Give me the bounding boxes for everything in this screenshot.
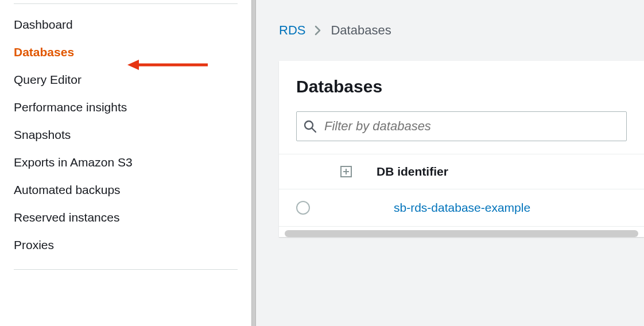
sidebar-item-performance-insights[interactable]: Performance insights xyxy=(14,94,251,121)
panel-title: Databases xyxy=(296,77,627,96)
breadcrumb-current: Databases xyxy=(331,23,391,38)
sidebar-item-reserved-instances[interactable]: Reserved instances xyxy=(14,204,251,231)
breadcrumb: RDS Databases xyxy=(279,23,644,38)
sidebar-item-databases[interactable]: Databases xyxy=(14,38,251,66)
filter-row xyxy=(279,111,644,154)
column-header-db-identifier[interactable]: DB identifier xyxy=(377,165,448,178)
panel-header: Databases xyxy=(279,61,644,111)
sidebar-item-exports-s3[interactable]: Exports in Amazon S3 xyxy=(14,149,251,176)
sidebar-item-snapshots[interactable]: Snapshots xyxy=(14,121,251,149)
main-content: RDS Databases Databases xyxy=(256,0,644,326)
svg-line-3 xyxy=(312,129,316,132)
horizontal-scrollbar[interactable] xyxy=(285,230,638,237)
filter-input[interactable] xyxy=(324,119,619,134)
svg-point-2 xyxy=(305,121,313,129)
pane-resize-handle[interactable] xyxy=(251,0,256,326)
expand-col xyxy=(336,166,356,177)
filter-box[interactable] xyxy=(296,111,627,141)
sidebar-item-automated-backups[interactable]: Automated backups xyxy=(14,176,251,204)
db-identifier-link[interactable]: sb-rds-database-example xyxy=(377,201,530,215)
sidebar-divider-top xyxy=(14,3,238,4)
sidebar-item-dashboard[interactable]: Dashboard xyxy=(14,11,251,38)
sidebar: Dashboard Databases Query Editor Perform… xyxy=(0,0,251,326)
databases-panel: Databases DB identifier xyxy=(279,61,644,237)
expand-toggle-icon[interactable] xyxy=(340,166,352,177)
row-select-radio[interactable] xyxy=(296,201,310,215)
sidebar-nav-list: Dashboard Databases Query Editor Perform… xyxy=(0,11,251,259)
chevron-right-icon xyxy=(315,25,321,36)
search-icon xyxy=(304,120,316,133)
sidebar-divider-bottom xyxy=(14,269,238,270)
sidebar-item-proxies[interactable]: Proxies xyxy=(14,231,251,259)
table-row: sb-rds-database-example xyxy=(279,189,644,227)
table-header-row: DB identifier xyxy=(279,154,644,189)
sidebar-item-query-editor[interactable]: Query Editor xyxy=(14,66,251,94)
breadcrumb-root-link[interactable]: RDS xyxy=(279,23,305,38)
